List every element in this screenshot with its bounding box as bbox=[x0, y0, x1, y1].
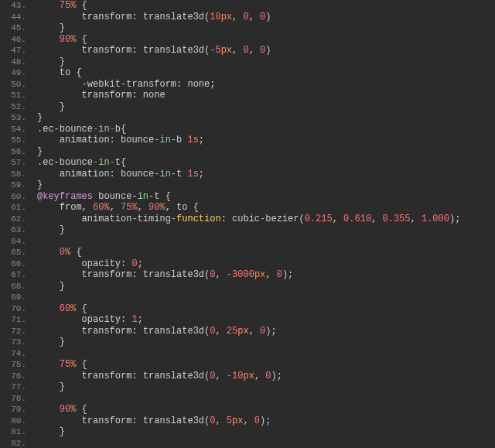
line-number: 61. bbox=[0, 202, 26, 214]
line-number: 59. bbox=[0, 180, 26, 191]
code-line: transform: translate3d(0, -3000px, 0); bbox=[37, 269, 495, 281]
code-line: @keyframes bounce-in-t { bbox=[37, 191, 495, 203]
line-number: 46. bbox=[0, 34, 26, 46]
code-line: } bbox=[37, 146, 495, 158]
line-number: 71. bbox=[0, 314, 26, 326]
line-number: 51. bbox=[0, 90, 26, 101]
code-line: 75% { bbox=[37, 359, 495, 371]
code-line: .ec-bounce-in-b{ bbox=[37, 124, 495, 135]
line-number: 56. bbox=[0, 146, 26, 158]
code-line: animation: bounce-in-t 1s; bbox=[37, 169, 495, 180]
code-line: 75% { bbox=[37, 0, 495, 12]
line-number: 77. bbox=[0, 381, 26, 393]
code-line: } bbox=[37, 101, 495, 113]
code-editor: 43.44.45.46.47.48.49.50.51.52.53.54.55.5… bbox=[0, 0, 495, 448]
code-line: opacity: 0; bbox=[37, 258, 495, 270]
line-number: 65. bbox=[0, 247, 26, 258]
line-number: 75. bbox=[0, 359, 26, 371]
code-line: transform: translate3d(0, 25px, 0); bbox=[37, 326, 495, 337]
line-number: 72. bbox=[0, 326, 26, 337]
line-number: 47. bbox=[0, 45, 26, 56]
code-line: 60% { bbox=[37, 303, 495, 315]
code-line: } bbox=[37, 56, 495, 68]
line-number: 70. bbox=[0, 303, 26, 315]
code-line: } bbox=[37, 281, 495, 292]
line-number: 62. bbox=[0, 214, 26, 225]
line-number: 82. bbox=[0, 438, 26, 449]
line-number: 48. bbox=[0, 56, 26, 68]
line-number: 57. bbox=[0, 157, 26, 169]
code-line: } bbox=[37, 224, 495, 236]
code-line: -webkit-transform: none; bbox=[37, 79, 495, 91]
code-line: to { bbox=[37, 67, 495, 79]
line-number: 54. bbox=[0, 124, 26, 135]
line-number: 53. bbox=[0, 112, 26, 124]
code-line bbox=[37, 236, 495, 248]
code-line: from, 60%, 75%, 90%, to { bbox=[37, 202, 495, 214]
line-number: 66. bbox=[0, 258, 26, 270]
line-number: 68. bbox=[0, 281, 26, 292]
code-line: } bbox=[37, 180, 495, 191]
line-number: 79. bbox=[0, 404, 26, 416]
code-line: 90% { bbox=[37, 404, 495, 416]
line-number: 43. bbox=[0, 0, 26, 12]
code-line bbox=[37, 393, 495, 405]
line-number: 76. bbox=[0, 371, 26, 382]
code-line: transform: none bbox=[37, 90, 495, 101]
line-number: 81. bbox=[0, 426, 26, 438]
line-number: 69. bbox=[0, 292, 26, 303]
line-number: 60. bbox=[0, 191, 26, 203]
code-line: } bbox=[37, 381, 495, 393]
line-number: 64. bbox=[0, 236, 26, 248]
line-number: 73. bbox=[0, 337, 26, 348]
line-number: 44. bbox=[0, 12, 26, 23]
code-line: .ec-bounce-in-t{ bbox=[37, 157, 495, 169]
line-number: 49. bbox=[0, 67, 26, 79]
line-number: 67. bbox=[0, 269, 26, 281]
line-number: 55. bbox=[0, 135, 26, 146]
code-line: } bbox=[37, 426, 495, 438]
code-line bbox=[37, 438, 495, 449]
code-line: } bbox=[37, 337, 495, 348]
code-body: 75% { transform: translate3d(10px, 0, 0)… bbox=[32, 0, 495, 448]
code-line: } bbox=[37, 22, 495, 34]
code-line: 90% { bbox=[37, 34, 495, 46]
line-number: 80. bbox=[0, 416, 26, 427]
line-number: 45. bbox=[0, 22, 26, 34]
line-number: 74. bbox=[0, 348, 26, 360]
line-number: 52. bbox=[0, 101, 26, 113]
code-line: transform: translate3d(-5px, 0, 0) bbox=[37, 45, 495, 56]
line-number: 58. bbox=[0, 169, 26, 180]
code-line: animation-timing-function: cubic-bezier(… bbox=[37, 214, 495, 225]
code-line: animation: bounce-in-b 1s; bbox=[37, 135, 495, 146]
code-line: } bbox=[37, 112, 495, 124]
line-number-gutter: 43.44.45.46.47.48.49.50.51.52.53.54.55.5… bbox=[0, 0, 32, 448]
code-line: 0% { bbox=[37, 247, 495, 258]
code-line: transform: translate3d(0, 5px, 0); bbox=[37, 416, 495, 427]
line-number: 50. bbox=[0, 79, 26, 91]
line-number: 78. bbox=[0, 393, 26, 405]
code-line bbox=[37, 292, 495, 303]
line-number: 63. bbox=[0, 224, 26, 236]
code-line bbox=[37, 348, 495, 360]
code-line: opacity: 1; bbox=[37, 314, 495, 326]
code-line: transform: translate3d(0, -10px, 0); bbox=[37, 371, 495, 382]
code-line: transform: translate3d(10px, 0, 0) bbox=[37, 12, 495, 23]
